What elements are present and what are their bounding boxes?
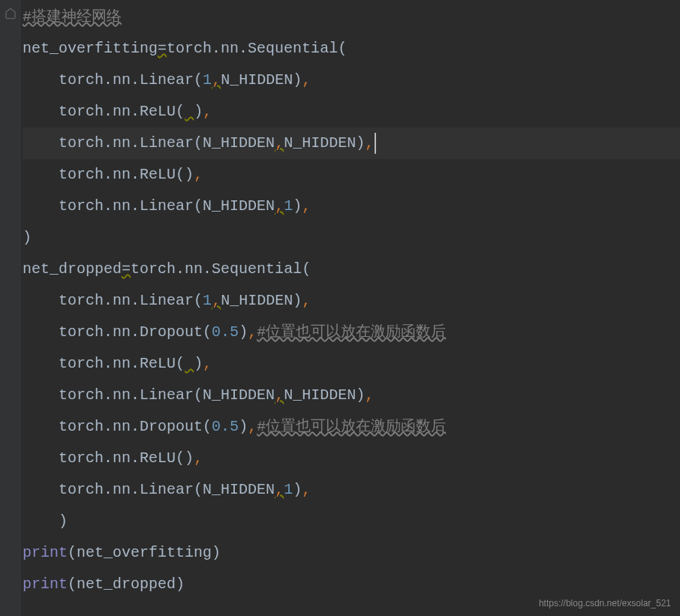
code-editor[interactable]: #搭建神经网络 net_overfitting=torch.nn.Sequent… [0,0,680,600]
code-line-15[interactable]: torch.nn.ReLU(), [23,443,680,474]
code-line-9[interactable]: net_dropped=torch.nn.Sequential( [23,254,680,285]
comment: #搭建神经网络 [23,8,122,26]
code-line-4[interactable]: torch.nn.ReLU( ), [23,96,680,128]
code-line-17[interactable]: ) [23,506,680,537]
code-line-13[interactable]: torch.nn.Linear(N_HIDDEN,N_HIDDEN), [23,380,680,411]
code-line-8[interactable]: ) [23,222,680,254]
code-line-1[interactable]: #搭建神经网络 [23,2,680,33]
code-line-14[interactable]: torch.nn.Dropout(0.5),#位置也可以放在激励函数后 [23,411,680,443]
code-line-18[interactable]: print(net_overfitting) [23,537,680,569]
editor-gutter [0,0,21,616]
code-line-2[interactable]: net_overfitting=torch.nn.Sequential( [23,33,680,65]
code-line-16[interactable]: torch.nn.Linear(N_HIDDEN,1), [23,474,680,506]
code-line-3[interactable]: torch.nn.Linear(1,N_HIDDEN), [23,65,680,96]
code-line-11[interactable]: torch.nn.Dropout(0.5),#位置也可以放在激励函数后 [23,317,680,348]
code-line-10[interactable]: torch.nn.Linear(1,N_HIDDEN), [23,285,680,317]
code-line-12[interactable]: torch.nn.ReLU( ), [23,348,680,380]
text-cursor [375,133,376,154]
code-line-5-highlighted[interactable]: torch.nn.Linear(N_HIDDEN,N_HIDDEN), [23,128,680,159]
comment: #位置也可以放在激励函数后 [257,418,446,435]
code-line-7[interactable]: torch.nn.Linear(N_HIDDEN,1), [23,191,680,222]
gutter-home-icon [5,8,17,20]
code-line-19[interactable]: print(net_dropped) [23,569,680,600]
watermark-text: https://blog.csdn.net/exsolar_521 [539,598,671,608]
comment: #位置也可以放在激励函数后 [257,323,446,341]
code-line-6[interactable]: torch.nn.ReLU(), [23,159,680,191]
